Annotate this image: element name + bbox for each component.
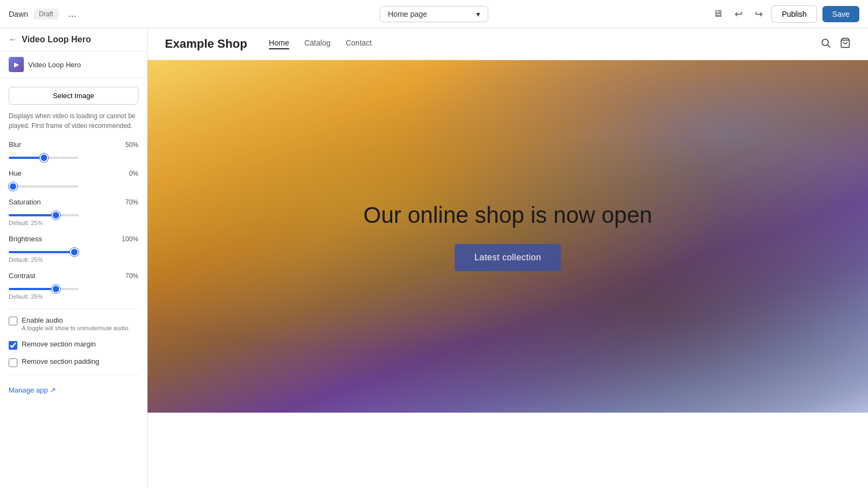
saturation-default: Default: 25% <box>9 220 138 226</box>
top-bar-left: Dawn Draft ... <box>9 6 81 22</box>
contrast-control: Contrast 70% Default: 25% <box>9 272 138 300</box>
sidebar-title: Video Loop Hero <box>22 35 91 44</box>
undo-button[interactable]: ↩ <box>731 5 746 23</box>
remove-padding-checkbox[interactable] <box>9 358 17 367</box>
blur-label: Blur <box>9 140 21 149</box>
hero-section: Our online shop is now open Latest colle… <box>148 60 868 413</box>
enable-audio-group: Enable audio A toggle will show to unmut… <box>9 316 138 332</box>
hero-title: Our online shop is now open <box>363 202 652 229</box>
svg-line-1 <box>828 44 831 47</box>
redo-button[interactable]: ↪ <box>751 5 766 23</box>
nav-links: Home Catalog Contact <box>269 38 820 49</box>
preview-inner: Example Shop Home Catalog Contact <box>148 28 868 488</box>
remove-margin-group: Remove section margin <box>9 340 138 350</box>
enable-audio-label[interactable]: Enable audio <box>22 316 63 324</box>
top-bar-right: 🖥 ↩ ↪ Publish Save <box>710 5 859 23</box>
page-select-dropdown[interactable]: Home page ▾ <box>380 6 488 22</box>
publish-button[interactable]: Publish <box>771 5 817 23</box>
saturation-control: Saturation 70% Default: 25% <box>9 198 138 226</box>
saturation-label: Saturation <box>9 198 41 206</box>
section-icon: ▶ <box>9 57 24 72</box>
brightness-slider[interactable] <box>9 251 79 253</box>
hue-control: Hue 0% <box>9 169 138 189</box>
draft-badge: Draft <box>34 9 59 20</box>
chevron-down-icon: ▾ <box>476 10 480 18</box>
blur-value: 50% <box>125 141 138 149</box>
hue-slider[interactable] <box>9 185 79 188</box>
brightness-value: 100% <box>122 235 138 243</box>
remove-margin-label[interactable]: Remove section margin <box>22 340 96 348</box>
sidebar: ← Video Loop Hero ▶ Video Loop Hero Sele… <box>0 28 148 488</box>
shop-nav: Example Shop Home Catalog Contact <box>148 28 868 60</box>
sidebar-header: ← Video Loop Hero <box>0 28 147 52</box>
page-select-value: Home page <box>388 10 427 18</box>
blur-slider[interactable] <box>9 157 79 159</box>
brightness-default: Default: 25% <box>9 256 138 263</box>
search-icon[interactable] <box>820 37 831 51</box>
save-button[interactable]: Save <box>822 6 859 22</box>
brightness-control: Brightness 100% Default: 25% <box>9 235 138 263</box>
top-bar: Dawn Draft ... Home page ▾ 🖥 ↩ ↪ Publish… <box>0 0 868 28</box>
main-layout: ← Video Loop Hero ▶ Video Loop Hero Sele… <box>0 28 868 488</box>
nav-link-home[interactable]: Home <box>269 38 289 49</box>
controls-panel: Select Image Displays when video is load… <box>0 78 147 407</box>
manage-app-link[interactable]: Manage app ↗ <box>9 382 138 399</box>
cart-icon[interactable] <box>840 37 851 51</box>
remove-padding-label[interactable]: Remove section padding <box>22 357 99 365</box>
enable-audio-desc: A toggle will show to unmute/mute audio. <box>22 324 130 332</box>
nav-link-catalog[interactable]: Catalog <box>304 38 330 49</box>
nav-icons <box>820 37 851 51</box>
brightness-label: Brightness <box>9 235 42 243</box>
blur-control: Blur 50% <box>9 140 138 160</box>
hero-cta-button[interactable]: Latest collection <box>455 244 560 271</box>
shop-logo: Example Shop <box>165 37 247 51</box>
contrast-label: Contrast <box>9 272 35 280</box>
device-preview-icon[interactable]: 🖥 <box>710 5 726 23</box>
manage-app-label: Manage app <box>9 386 48 394</box>
saturation-slider[interactable] <box>9 214 79 216</box>
theme-name: Dawn <box>9 10 28 18</box>
section-item: ▶ Video Loop Hero <box>0 52 147 78</box>
preview-area: Example Shop Home Catalog Contact <box>148 28 868 488</box>
external-link-icon: ↗ <box>50 386 56 394</box>
nav-link-contact[interactable]: Contact <box>346 38 372 49</box>
saturation-value: 70% <box>125 198 138 206</box>
section-item-label: Video Loop Hero <box>28 61 81 69</box>
contrast-slider[interactable] <box>9 288 79 290</box>
remove-padding-group: Remove section padding <box>9 357 138 367</box>
select-image-button[interactable]: Select Image <box>9 87 138 105</box>
hue-value: 0% <box>129 170 138 177</box>
contrast-value: 70% <box>125 272 138 280</box>
remove-margin-checkbox[interactable] <box>9 341 17 350</box>
svg-point-0 <box>822 39 828 46</box>
top-bar-center: Home page ▾ <box>380 6 488 22</box>
back-button[interactable]: ← <box>9 35 17 44</box>
contrast-default: Default: 25% <box>9 293 138 300</box>
hue-label: Hue <box>9 169 22 177</box>
more-menu-button[interactable]: ... <box>64 6 81 22</box>
enable-audio-checkbox[interactable] <box>9 317 17 325</box>
image-hint-text: Displays when video is loading or cannot… <box>9 111 138 131</box>
